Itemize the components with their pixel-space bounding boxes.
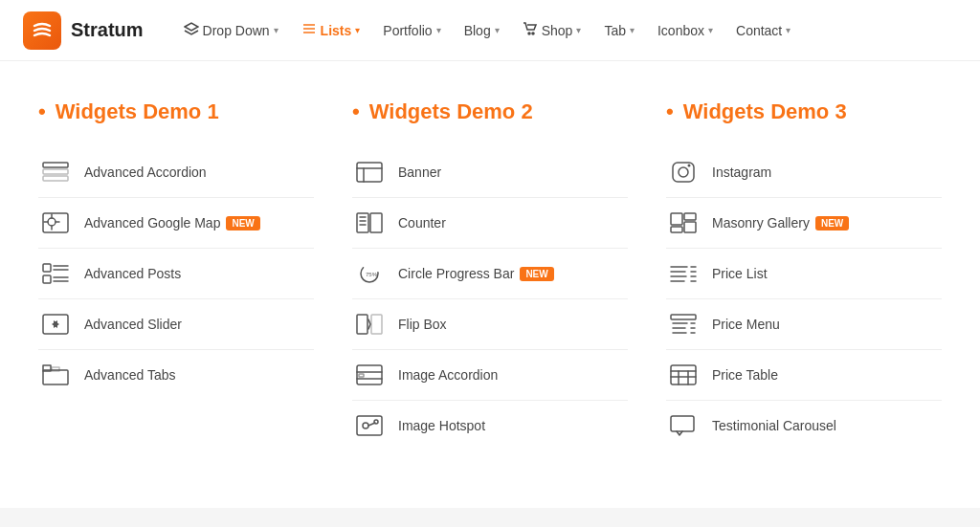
logo-icon [23, 11, 61, 50]
list-item[interactable]: Advanced Accordion [38, 147, 314, 198]
svg-rect-52 [671, 227, 682, 232]
list-item[interactable]: Price Menu [666, 299, 942, 350]
widget-name: Advanced Accordion [84, 165, 207, 180]
chevron-down-icon: ▾ [708, 25, 713, 35]
new-badge: NEW [226, 216, 259, 231]
chevron-down-icon: ▾ [436, 25, 441, 35]
svg-rect-33 [370, 213, 382, 232]
widget-name: Image Accordion [398, 367, 498, 383]
svg-point-4 [532, 33, 534, 34]
nav-label: Shop [542, 23, 573, 38]
nav-item-portfolio[interactable]: Portfolio ▾ [373, 17, 450, 44]
list-item[interactable]: Advanced Google Map NEW [38, 198, 314, 249]
nav-label: Tab [604, 23, 626, 38]
footer-area [0, 508, 980, 527]
list-item[interactable]: Masonry Gallery NEW [666, 198, 942, 249]
svg-text:75%: 75% [366, 272, 378, 277]
svg-rect-61 [671, 315, 696, 319]
chevron-down-icon: ▾ [630, 25, 635, 35]
list-item[interactable]: Price List [666, 249, 942, 299]
map-icon [38, 209, 73, 236]
svg-rect-26 [357, 163, 382, 182]
banner-icon [352, 159, 387, 186]
price-menu-icon [666, 311, 701, 338]
price-table-icon [666, 362, 701, 388]
svg-rect-41 [359, 374, 364, 377]
nav-item-iconbox[interactable]: Iconbox ▾ [648, 17, 723, 44]
svg-rect-5 [43, 163, 68, 167]
posts-icon [38, 260, 73, 287]
list-item[interactable]: Flip Box [352, 299, 628, 350]
svg-point-45 [374, 420, 378, 424]
nav-item-contact[interactable]: Contact ▾ [726, 17, 800, 44]
chevron-down-icon: ▾ [576, 25, 581, 35]
svg-rect-29 [357, 213, 368, 232]
column-1-title: Widgets Demo 1 [38, 99, 314, 124]
logo[interactable]: Stratum [23, 11, 144, 50]
svg-rect-38 [357, 365, 382, 384]
widget-name: Price List [712, 266, 768, 281]
list-item[interactable]: Instagram [666, 147, 942, 198]
list-item[interactable]: Banner [352, 147, 628, 198]
accordion-icon [38, 159, 73, 186]
widget-name: Testimonial Carousel [712, 418, 836, 433]
brand-name: Stratum [71, 19, 144, 41]
nav-item-lists[interactable]: Lists ▾ [292, 16, 370, 44]
widget-list-1: Advanced Accordion Advanced Google Map N… [38, 147, 314, 400]
list-item[interactable]: Advanced Posts [38, 249, 314, 299]
list-item[interactable]: Advanced Tabs [38, 350, 314, 400]
svg-rect-37 [371, 315, 382, 334]
column-3: Widgets Demo 3 Instagram Masonry Gall [666, 99, 942, 450]
svg-point-9 [48, 218, 56, 226]
testimonial-icon [666, 412, 701, 439]
chevron-down-icon: ▾ [495, 25, 500, 35]
list-item[interactable]: Price Table [666, 350, 942, 401]
counter-icon [352, 209, 387, 236]
widget-name: Circle Progress Bar NEW [398, 266, 554, 281]
widget-name: Advanced Slider [84, 317, 182, 332]
widget-name: Advanced Google Map NEW [84, 215, 260, 231]
main-content: Widgets Demo 1 Advanced Accordion Adv [0, 61, 980, 508]
widget-list-3: Instagram Masonry Gallery NEW [666, 147, 942, 450]
widget-name: Counter [398, 215, 446, 231]
nav-item-dropdown[interactable]: Drop Down ▾ [174, 16, 288, 44]
svg-rect-51 [684, 222, 696, 232]
nav-label: Drop Down [203, 23, 270, 38]
widget-name: Masonry Gallery NEW [712, 215, 849, 231]
nav-label: Blog [464, 23, 491, 38]
svg-rect-49 [671, 213, 682, 225]
svg-rect-23 [43, 370, 68, 384]
list-item[interactable]: Image Hotspot [352, 401, 628, 450]
nav-item-tab[interactable]: Tab ▾ [594, 17, 644, 44]
svg-rect-7 [43, 176, 68, 181]
svg-rect-68 [671, 365, 696, 384]
hotspot-icon [352, 412, 387, 439]
widget-name: Image Hotspot [398, 418, 485, 433]
svg-rect-6 [43, 169, 68, 174]
widget-name: Flip Box [398, 317, 447, 332]
svg-rect-36 [357, 315, 368, 334]
nav-item-blog[interactable]: Blog ▾ [455, 17, 509, 44]
list-item[interactable]: Image Accordion [352, 350, 628, 401]
list-item[interactable]: Advanced Slider [38, 299, 314, 350]
svg-rect-17 [43, 275, 51, 283]
widget-name: Advanced Posts [84, 266, 181, 281]
price-list-icon [666, 260, 701, 287]
nav-label: Lists [321, 23, 352, 38]
list-item[interactable]: Testimonial Carousel [666, 401, 942, 450]
new-badge: NEW [815, 216, 849, 231]
nav-item-shop[interactable]: Shop ▾ [513, 16, 591, 44]
column-3-title: Widgets Demo 3 [666, 99, 942, 124]
svg-point-43 [363, 423, 368, 428]
new-badge: NEW [520, 267, 553, 281]
svg-rect-46 [673, 163, 694, 182]
chevron-down-icon: ▾ [274, 25, 278, 35]
list-item[interactable]: 75% Circle Progress Bar NEW [352, 249, 628, 299]
list-item[interactable]: Counter [352, 198, 628, 249]
svg-rect-25 [52, 367, 59, 371]
main-nav: Stratum Drop Down ▾ Lists ▾ [0, 0, 980, 61]
widget-name: Advanced Tabs [84, 367, 175, 383]
cart-icon [523, 22, 538, 38]
nav-label: Iconbox [657, 23, 704, 38]
chevron-down-icon: ▾ [355, 25, 360, 35]
